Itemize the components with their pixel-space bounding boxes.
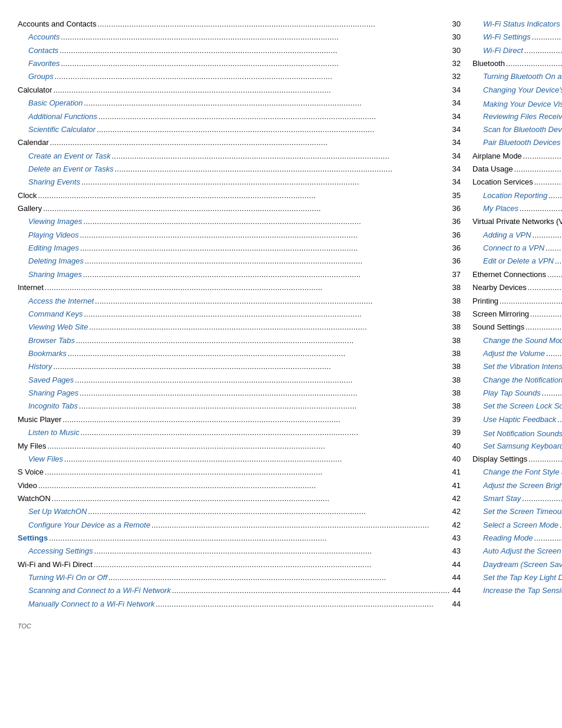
toc-row: Incognito Tabs..........................… — [18, 400, 461, 413]
toc-row: Accounts and Contacts...................… — [18, 18, 461, 31]
toc-entry-label: Smart Stay — [472, 492, 521, 505]
toc-dots: ........................................… — [531, 229, 562, 242]
toc-page-number: 38 — [451, 400, 461, 413]
toc-page-number: 38 — [451, 295, 461, 308]
toc-entry-label: Increase the Tap Sensitivity of the Scre… — [472, 584, 562, 597]
toc-dots: ........................................… — [80, 427, 451, 439]
toc-container: Accounts and Contacts...................… — [18, 18, 538, 611]
toc-row: Change the Font Style and Size..........… — [472, 466, 562, 479]
toc-dots: ........................................… — [505, 58, 562, 70]
toc-row: Set Samsung Keyboard Sounds.............… — [472, 440, 562, 453]
toc-entry-label: Scan for Bluetooth Devices — [472, 123, 562, 136]
toc-page-number: 44 — [451, 598, 461, 611]
toc-page-number: 32 — [451, 70, 461, 83]
toc-row: Turning Wi-Fi On or Off.................… — [18, 571, 461, 584]
toc-dots: ........................................… — [513, 163, 562, 176]
toc-entry-label: Additional Functions — [18, 110, 97, 123]
toc-entry-label: Accounts and Contacts — [18, 18, 97, 31]
toc-row: Set Up WatchON..........................… — [18, 505, 461, 518]
toc-dots: ........................................… — [92, 559, 451, 571]
toc-row: Set Notification Sounds for Samsung Appl… — [472, 426, 562, 439]
toc-entry-label: Airplane Mode — [472, 150, 522, 163]
toc-entry-label: Internet — [18, 281, 44, 294]
toc-row: My Places...............................… — [472, 202, 562, 215]
toc-row: S Voice.................................… — [18, 466, 461, 479]
toc-entry-label: Virtual Private Networks (VPN) — [472, 215, 562, 228]
toc-dots: ........................................… — [94, 295, 451, 308]
toc-page-number: 34 — [451, 136, 461, 149]
toc-dots: ........................................… — [79, 242, 451, 255]
toc-page-number: 38 — [451, 360, 461, 373]
toc-entry-label: Command Keys — [18, 308, 82, 321]
toc-entry-label: Location Reporting — [472, 189, 547, 202]
toc-dots: ........................................… — [93, 545, 451, 558]
toc-entry-label: Basic Operation — [18, 97, 83, 110]
toc-row: Virtual Private Networks (VPN)..........… — [472, 215, 562, 228]
toc-entry-label: Editing Images — [18, 242, 79, 255]
toc-row: Manually Connect to a Wi-Fi Network.....… — [18, 598, 461, 611]
toc-dots: ........................................… — [114, 163, 451, 176]
toc-entry-label: Set the Screen Timeout Delay — [472, 505, 562, 518]
toc-page-number: 35 — [451, 189, 461, 202]
toc-entry-label: Access the Internet — [18, 295, 94, 308]
toc-page-number: 41 — [451, 466, 461, 479]
toc-entry-label: Playing Videos — [18, 229, 79, 242]
toc-row: Airplane Mode...........................… — [472, 150, 562, 163]
toc-entry-label: Viewing Images — [18, 215, 82, 228]
toc-dots: ........................................… — [547, 190, 562, 202]
toc-entry-label: S Voice — [18, 466, 44, 479]
toc-dots: ........................................… — [558, 519, 562, 532]
toc-dots: ........................................… — [52, 84, 451, 97]
toc-row: Editing Images..........................… — [18, 242, 461, 255]
toc-entry-label: Set the Tap Key Light Duration — [472, 571, 562, 584]
toc-entry-label: Auto Adjust the Screen Tone — [472, 545, 562, 558]
toc-row: Accessing Settings......................… — [18, 545, 461, 558]
toc-entry-label: Sharing Images — [18, 268, 82, 281]
toc-row: Accounts................................… — [18, 31, 461, 44]
toc-dots: ........................................… — [556, 414, 562, 426]
toc-entry-label: Daydream (Screen Saver) — [472, 558, 562, 571]
toc-row: Ethernet Connections....................… — [472, 268, 562, 281]
toc-row: Bluetooth...............................… — [472, 57, 562, 70]
toc-entry-label: Set Samsung Keyboard Sounds — [472, 440, 562, 453]
toc-dots: ........................................… — [44, 466, 451, 479]
toc-entry-label: Turning Wi-Fi On or Off — [18, 571, 107, 584]
toc-page-number: 36 — [451, 229, 461, 242]
toc-dots: ........................................… — [111, 150, 451, 163]
toc-row: Edit or Delete a VPN....................… — [472, 255, 562, 268]
toc-row: Wi-Fi Status Indicators.................… — [472, 18, 562, 31]
toc-row: Adjust the Screen Brightness............… — [472, 479, 562, 492]
toc-dots: ........................................… — [546, 269, 562, 281]
toc-dots: ........................................… — [523, 45, 562, 57]
toc-dots: ........................................… — [84, 255, 451, 268]
toc-dots: ........................................… — [531, 31, 562, 44]
toc-page-number: 41 — [451, 479, 461, 492]
toc-entry-label: Wi-Fi Settings — [472, 31, 531, 44]
toc-row: Location Reporting......................… — [472, 189, 562, 202]
toc-dots: ........................................… — [61, 414, 451, 426]
toc-dots: ........................................… — [97, 18, 451, 31]
toc-row: Printing................................… — [472, 295, 562, 308]
toc-row: Configure Your Device as a Remote.......… — [18, 519, 461, 532]
toc-row: Play Tap Sounds.........................… — [472, 387, 562, 400]
toc-page-number: 30 — [451, 31, 461, 44]
toc-dots: ........................................… — [59, 58, 451, 70]
toc-entry-label: Bluetooth — [472, 57, 505, 70]
toc-page-number: 34 — [451, 110, 461, 123]
toc-row: WatchON.................................… — [18, 492, 461, 505]
toc-dots: ........................................… — [171, 585, 451, 597]
toc-entry-label: Printing — [472, 295, 498, 308]
toc-dots: ........................................… — [518, 203, 562, 215]
toc-entry-label: Adding a VPN — [472, 229, 531, 242]
toc-row: Contacts................................… — [18, 44, 461, 57]
toc-entry-label: Listen to Music — [18, 426, 80, 439]
toc-entry-label: Wi-Fi and Wi-Fi Direct — [18, 558, 92, 571]
toc-dots: ........................................… — [524, 321, 562, 334]
toc-page-number: 34 — [451, 123, 461, 136]
toc-page-number: 38 — [451, 347, 461, 360]
toc-row: Browser Tabs............................… — [18, 334, 461, 347]
footer-label: TOC — [18, 622, 538, 630]
toc-row: My Files................................… — [18, 440, 461, 453]
toc-entry-label: Music Player — [18, 413, 61, 426]
toc-row: Scanning and Connect to a Wi-Fi Network.… — [18, 584, 461, 597]
